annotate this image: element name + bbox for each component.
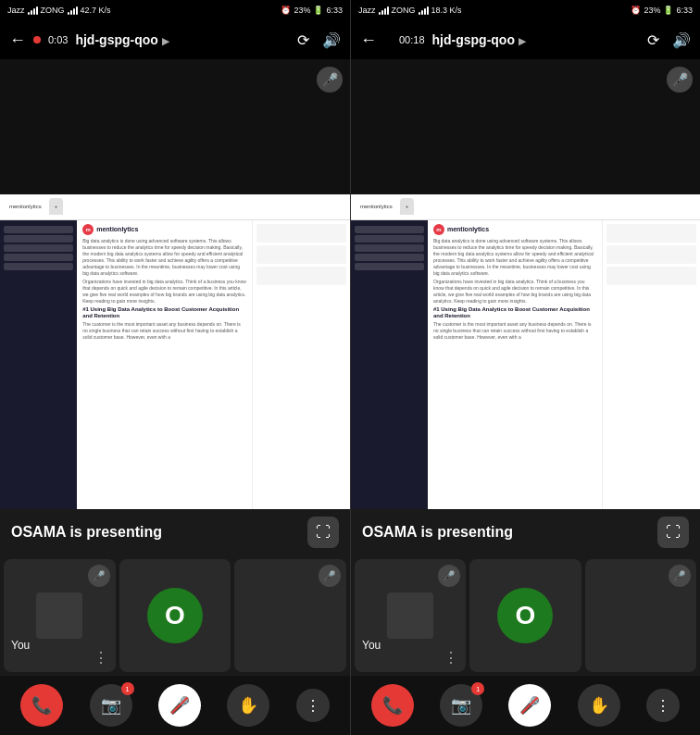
video-icon-right: 📷 bbox=[451, 695, 471, 716]
empty-mute-right: 🎤 bbox=[669, 565, 691, 587]
more-wrap-left: ⋮ bbox=[296, 689, 330, 722]
video-badge-left: 1 bbox=[121, 682, 134, 695]
inactive-tab-left: + bbox=[49, 198, 64, 215]
end-call-button-right[interactable]: 📞 bbox=[371, 684, 414, 727]
end-call-icon-right: 📞 bbox=[382, 695, 403, 716]
call-timer-right: 00:18 bbox=[399, 34, 425, 45]
speaker-icon-left[interactable]: 🔊 bbox=[322, 31, 341, 49]
hand-button-right[interactable]: ✋ bbox=[578, 684, 620, 727]
empty-mute-icon-right: 🎤 bbox=[673, 570, 686, 582]
participants-bar-right: 🎤 You ⋮ O 🎤 bbox=[351, 555, 700, 676]
browser-tabs-right: mentionlytics + bbox=[355, 198, 414, 215]
back-button-left[interactable]: ← bbox=[9, 31, 26, 50]
mic-button-right[interactable]: 🎤 bbox=[508, 684, 551, 727]
battery-icon-right: 🔋 bbox=[663, 6, 673, 15]
article-body2-right: Organizations have invested in big data … bbox=[433, 279, 597, 305]
article-body3-right: The customer is the most important asset… bbox=[433, 321, 597, 341]
you-more-right[interactable]: ⋮ bbox=[444, 649, 458, 666]
inactive-tab-right: + bbox=[400, 198, 415, 215]
header-icons-left: ⟳ 🔊 bbox=[297, 31, 341, 49]
empty-tile-left: 🎤 bbox=[234, 559, 346, 672]
mute-icon-right: 🎤 bbox=[672, 72, 688, 87]
status-bar-left: Jazz ZONG 42.7 K/s ⏰ 23% 🔋 6:33 bbox=[0, 0, 350, 20]
article-heading-right: #1 Using Big Data Analytics to Boost Cus… bbox=[433, 306, 597, 319]
logo-text-right: mentionlytics bbox=[447, 226, 489, 232]
recording-dot-right bbox=[384, 36, 392, 44]
mic-button-left[interactable]: 🎤 bbox=[158, 684, 201, 727]
screen-share-left: mentionlytics + m me bbox=[0, 59, 350, 509]
active-tab-right: mentionlytics bbox=[355, 198, 398, 215]
alarm-icon-right: ⏰ bbox=[631, 6, 641, 15]
more-button-right[interactable]: ⋮ bbox=[646, 689, 680, 722]
presenting-bar-right: OSAMA is presenting ⛶ bbox=[351, 509, 700, 555]
battery-pct-right: 23% bbox=[644, 6, 660, 15]
article-body2-left: Organizations have invested in big data … bbox=[82, 279, 246, 305]
switch-camera-icon-right[interactable]: ⟳ bbox=[647, 31, 659, 49]
more-icon-left: ⋮ bbox=[306, 697, 320, 715]
o-tile-right: O bbox=[469, 559, 581, 672]
switch-camera-icon-left[interactable]: ⟳ bbox=[297, 31, 309, 49]
o-avatar-right: O bbox=[497, 588, 553, 643]
website-sidebar-left bbox=[0, 220, 77, 509]
hand-button-left[interactable]: ✋ bbox=[227, 684, 269, 727]
hand-wrap-left: ✋ bbox=[227, 684, 269, 727]
end-call-button-left[interactable]: 📞 bbox=[20, 684, 63, 727]
presenting-bar-left: OSAMA is presenting ⛶ bbox=[0, 509, 350, 555]
empty-tile-right: 🎤 bbox=[585, 559, 696, 672]
website-sim-right: mentionlytics + m me bbox=[351, 194, 700, 509]
speed-left: 42.7 K/s bbox=[81, 6, 111, 15]
hand-wrap-right: ✋ bbox=[578, 684, 620, 727]
network-bars-left bbox=[68, 6, 78, 15]
website-logo-left: m mentionlytics bbox=[82, 224, 246, 235]
o-avatar-left: O bbox=[147, 588, 203, 643]
you-more-left[interactable]: ⋮ bbox=[94, 649, 108, 666]
main-video-area-right: mentionlytics + m me bbox=[351, 59, 700, 555]
call-header-right: ← 00:18 hjd-gspg-qoo ▶ ⟳ 🔊 bbox=[351, 20, 700, 59]
website-sim-left: mentionlytics + m me bbox=[0, 194, 350, 509]
active-tab-left: mentionlytics bbox=[4, 198, 47, 215]
network-left: ZONG bbox=[41, 6, 65, 15]
presenting-text-right: OSAMA is presenting bbox=[362, 524, 513, 541]
status-left: Jazz ZONG 42.7 K/s bbox=[7, 6, 111, 15]
logo-icon-left: m bbox=[82, 224, 94, 235]
o-tile-left: O bbox=[119, 559, 231, 672]
back-button-right[interactable]: ← bbox=[360, 31, 377, 50]
speaker-icon-right[interactable]: 🔊 bbox=[672, 31, 691, 49]
right-card-1-right bbox=[606, 224, 696, 243]
time-right: 6:33 bbox=[676, 6, 693, 15]
mute-overlay-right: 🎤 bbox=[667, 67, 693, 93]
carrier-right: Jazz bbox=[358, 6, 376, 15]
you-mute-icon-right: 🎤 bbox=[443, 570, 456, 582]
call-id-right: hjd-gspg-qoo ▶ bbox=[432, 32, 640, 47]
call-header-left: ← 0:03 hjd-gspg-qoo ▶ ⟳ 🔊 bbox=[0, 20, 350, 59]
end-call-wrap-right: 📞 bbox=[371, 684, 414, 727]
article-heading-left: #1 Using Big Data Analytics to Boost Cus… bbox=[82, 306, 246, 319]
screen-share-right: mentionlytics + m me bbox=[351, 59, 700, 509]
hand-icon-right: ✋ bbox=[589, 695, 609, 716]
control-bar-left: 📞 📷 1 🎤 ✋ ⋮ bbox=[0, 676, 350, 735]
status-left-right: Jazz ZONG 18.3 K/s bbox=[358, 6, 462, 15]
more-button-left[interactable]: ⋮ bbox=[296, 689, 330, 722]
main-video-area-left: mentionlytics + m me bbox=[0, 59, 350, 555]
status-bar-right: Jazz ZONG 18.3 K/s ⏰ 23% 🔋 6:33 bbox=[351, 0, 700, 20]
call-timer-left: 0:03 bbox=[48, 34, 68, 45]
website-sidebar-right bbox=[351, 220, 428, 509]
time-left: 6:33 bbox=[326, 6, 343, 15]
presenting-text-left: OSAMA is presenting bbox=[11, 524, 162, 541]
alarm-icon-left: ⏰ bbox=[281, 6, 291, 15]
call-id-arrow-left: ▶ bbox=[162, 36, 169, 46]
article-body3-left: The customer is the most important asset… bbox=[82, 321, 246, 341]
call-id-arrow-right: ▶ bbox=[519, 36, 526, 46]
signal-bars-right bbox=[379, 6, 389, 15]
expand-button-right[interactable]: ⛶ bbox=[657, 517, 689, 548]
status-right-right: ⏰ 23% 🔋 6:33 bbox=[631, 6, 693, 15]
article-body-left: Big data analytics is done using advance… bbox=[82, 238, 246, 277]
video-wrap-right: 📷 1 bbox=[440, 684, 482, 727]
expand-button-left[interactable]: ⛶ bbox=[307, 517, 339, 548]
logo-icon-right: m bbox=[433, 224, 444, 235]
left-panel: Jazz ZONG 42.7 K/s ⏰ 23% 🔋 6:33 ← bbox=[0, 0, 350, 735]
website-body-left: m mentionlytics Big data analytics is do… bbox=[0, 220, 350, 509]
dark-top-right bbox=[351, 59, 700, 194]
right-card-3-left bbox=[256, 267, 346, 285]
you-mute-icon-left: 🎤 bbox=[93, 570, 106, 582]
